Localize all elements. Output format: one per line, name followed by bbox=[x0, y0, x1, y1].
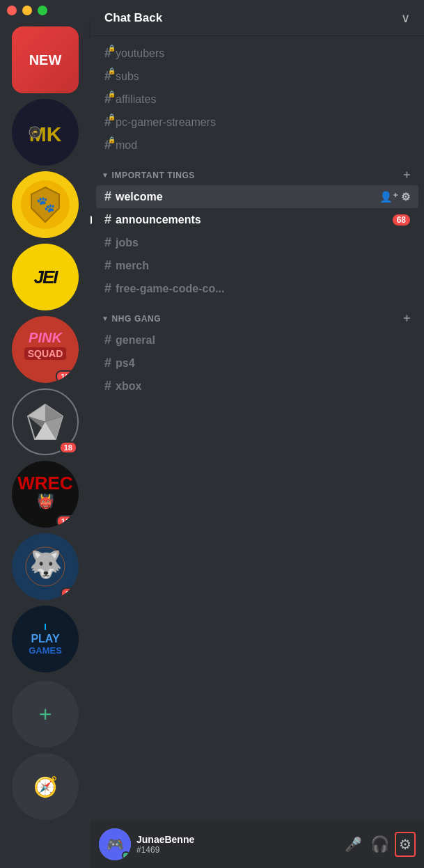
svg-text:I: I bbox=[44, 622, 47, 632]
svg-text:GAMES: GAMES bbox=[29, 645, 62, 656]
close-button[interactable] bbox=[7, 6, 17, 15]
server-label-new: NEW bbox=[29, 52, 62, 68]
channel-name: mod bbox=[116, 139, 410, 152]
channel-item-welcome[interactable]: # welcome 👤⁺ ⚙ bbox=[96, 185, 418, 208]
channel-hash-icon: #🔒 bbox=[104, 69, 111, 84]
channel-list: #🔒 youtubers #🔒 subs #🔒 affiliates #🔒 pc… bbox=[91, 36, 424, 821]
user-discriminator: #1469 bbox=[136, 845, 336, 855]
play-icon-svg: I PLAY GAMES bbox=[14, 608, 77, 670]
channel-item-subs[interactable]: #🔒 subs bbox=[91, 65, 424, 88]
channel-hash-icon: # bbox=[104, 356, 111, 370]
channel-item-announcements[interactable]: # announcements 68 bbox=[91, 208, 424, 231]
channel-item-pc-gamer-streamers[interactable]: #🔒 pc-gamer-streamers bbox=[91, 111, 424, 134]
channel-item-merch[interactable]: # merch bbox=[91, 254, 424, 277]
deafen-headphones-button[interactable]: 🎧 bbox=[368, 833, 392, 856]
channel-name: jobs bbox=[116, 237, 410, 249]
channel-item-youtubers[interactable]: #🔒 youtubers bbox=[91, 42, 424, 65]
channel-name: xbox bbox=[116, 380, 410, 393]
channel-hash-icon: # bbox=[104, 333, 111, 347]
user-settings-button[interactable]: ⚙ bbox=[395, 832, 416, 857]
channel-actions: 👤⁺ ⚙ bbox=[379, 191, 410, 203]
channel-hash-icon: #🔒 bbox=[104, 92, 111, 106]
pink-badge: 1k+ bbox=[56, 370, 79, 383]
svg-text:🐾: 🐾 bbox=[36, 195, 56, 214]
compass-icon: 🧭 bbox=[33, 775, 58, 798]
category-nhg-gang[interactable]: ▼ NHG GANG ＋ bbox=[91, 300, 424, 329]
mk-icon-svg: MK 🥷 bbox=[21, 108, 70, 157]
channel-hash-icon: # bbox=[104, 281, 111, 296]
svg-text:🥷: 🥷 bbox=[31, 128, 40, 137]
svg-text:PINK: PINK bbox=[29, 330, 63, 345]
channel-item-jobs[interactable]: # jobs bbox=[91, 231, 424, 254]
server-menu-chevron[interactable]: ∨ bbox=[401, 10, 410, 26]
channel-settings-icon[interactable]: ⚙ bbox=[401, 191, 410, 203]
channel-item-general[interactable]: # general bbox=[91, 329, 424, 352]
server-name-header[interactable]: Chat Back ∨ bbox=[91, 0, 424, 36]
category-add-channel-icon[interactable]: ＋ bbox=[401, 311, 413, 326]
channel-hash-icon: #🔒 bbox=[104, 115, 111, 129]
wolf-badge: 68 bbox=[61, 587, 79, 600]
mute-microphone-button[interactable]: 🎤 bbox=[342, 833, 365, 855]
username: JunaeBenne bbox=[136, 834, 336, 845]
user-controls: 🎤 🎧 ⚙ bbox=[342, 832, 416, 857]
category-important-tings[interactable]: ▼ IMPORTANT TINGS ＋ bbox=[91, 157, 424, 185]
channel-item-ps4[interactable]: # ps4 bbox=[91, 352, 424, 374]
category-collapse-arrow: ▼ bbox=[102, 315, 109, 322]
explore-servers-button[interactable]: 🧭 bbox=[12, 753, 79, 820]
server-icon-play[interactable]: I PLAY GAMES bbox=[12, 606, 79, 672]
channel-hash-icon: # bbox=[104, 258, 111, 273]
category-add-channel-icon[interactable]: ＋ bbox=[401, 168, 413, 182]
channel-name: merch bbox=[116, 260, 410, 272]
svg-text:WREC: WREC bbox=[17, 473, 73, 494]
channel-actions: 👤⁺ ⚙ bbox=[383, 283, 410, 294]
channel-name: welcome bbox=[116, 191, 375, 203]
svg-text:SQUAD: SQUAD bbox=[28, 348, 63, 359]
svg-text:🎮: 🎮 bbox=[107, 836, 124, 853]
invite-member-icon[interactable]: 👤⁺ bbox=[379, 191, 398, 203]
server-icon-diamond[interactable]: 18 bbox=[12, 388, 79, 455]
channel-name: pc-gamer-streamers bbox=[116, 116, 410, 129]
channel-hash-icon: #🔒 bbox=[104, 138, 111, 152]
server-icon-shield[interactable]: 🐾 bbox=[12, 171, 79, 238]
online-status-dot bbox=[122, 851, 130, 860]
add-server-icon: + bbox=[39, 703, 52, 725]
category-name: IMPORTANT TINGS bbox=[112, 171, 399, 180]
wrec-badge: 119 bbox=[56, 515, 79, 528]
channel-hash-icon: # bbox=[104, 189, 111, 204]
svg-text:👹: 👹 bbox=[37, 493, 54, 510]
channel-name: ps4 bbox=[116, 357, 410, 370]
user-avatar: 🎮 bbox=[99, 828, 131, 860]
server-icon-pink[interactable]: PINK SQUAD 1k+ bbox=[12, 316, 79, 383]
channel-name: general bbox=[116, 334, 410, 347]
channel-panel: Chat Back ∨ #🔒 youtubers #🔒 subs #🔒 affi… bbox=[91, 0, 424, 868]
server-icon-wrec[interactable]: WREC 👹 119 bbox=[12, 461, 79, 528]
server-icon-mk[interactable]: MK 🥷 bbox=[12, 99, 79, 166]
server-icon-new[interactable]: NEW bbox=[12, 26, 79, 93]
minimize-button[interactable] bbox=[22, 6, 32, 15]
channel-item-mod[interactable]: #🔒 mod bbox=[91, 134, 424, 157]
user-area: 🎮 JunaeBenne #1469 🎤 🎧 ⚙ bbox=[91, 821, 424, 868]
channel-name: youtubers bbox=[116, 47, 410, 60]
svg-text:🐺: 🐺 bbox=[29, 549, 63, 581]
category-name: NHG GANG bbox=[112, 314, 399, 324]
channel-item-affiliates[interactable]: #🔒 affiliates bbox=[91, 88, 424, 111]
svg-text:PLAY: PLAY bbox=[31, 633, 60, 645]
channel-hash-icon: # bbox=[104, 235, 111, 250]
server-icon-wolf[interactable]: 🐺 68 bbox=[12, 533, 79, 600]
unread-indicator bbox=[91, 216, 92, 224]
channel-hash-icon: #🔒 bbox=[104, 46, 111, 61]
channel-name: announcements bbox=[116, 214, 388, 226]
notification-badge-announcements: 68 bbox=[393, 214, 410, 226]
add-server-button[interactable]: + bbox=[12, 681, 79, 748]
server-name: Chat Back bbox=[104, 11, 162, 25]
server-label-jei: JEI bbox=[33, 267, 56, 288]
shield-icon-svg: 🐾 bbox=[21, 180, 70, 229]
channel-hash-icon: # bbox=[104, 379, 111, 393]
channel-item-free-game-code[interactable]: # free-game-code-co... 👤⁺ ⚙ bbox=[91, 277, 424, 300]
diamond-icon-svg bbox=[24, 401, 66, 443]
maximize-button[interactable] bbox=[38, 6, 47, 15]
channel-name: subs bbox=[116, 70, 410, 83]
channel-item-xbox[interactable]: # xbox bbox=[91, 374, 424, 397]
server-icon-jei[interactable]: JEI bbox=[12, 244, 79, 310]
channel-hash-icon: # bbox=[104, 212, 111, 227]
